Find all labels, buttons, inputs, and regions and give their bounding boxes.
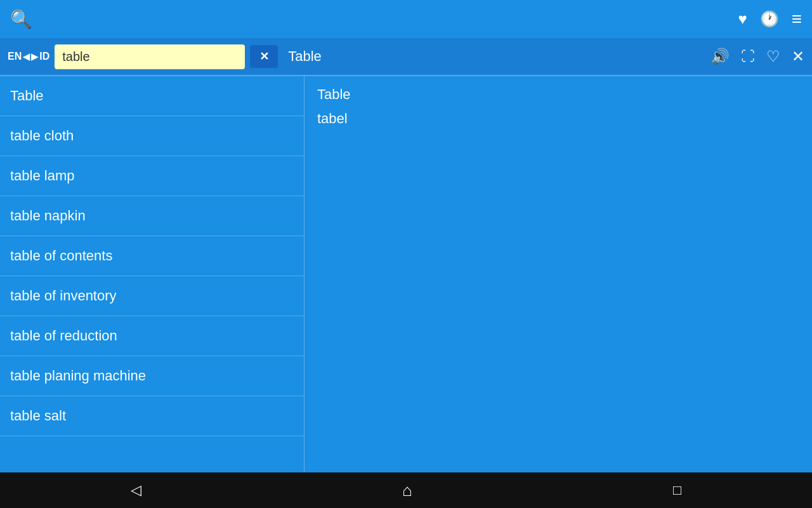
list-item[interactable]: table of contents xyxy=(0,236,304,276)
language-selector[interactable]: EN ◀ ▶ ID xyxy=(8,51,49,62)
word-list: Table table cloth table lamp table napki… xyxy=(0,76,304,472)
list-item[interactable]: table salt xyxy=(0,396,304,436)
list-item[interactable]: table of reduction xyxy=(0,316,304,356)
result-word: Table xyxy=(288,48,322,65)
lang-from: EN xyxy=(8,51,22,62)
list-item[interactable]: table cloth xyxy=(0,116,304,156)
recents-button[interactable]: □ xyxy=(673,482,681,498)
bottom-nav: ◁ ⌂ □ xyxy=(0,472,812,508)
fullscreen-icon[interactable]: ⛶ xyxy=(741,48,755,65)
translation-item: Table xyxy=(317,86,799,103)
favorite-icon[interactable]: ♥ xyxy=(738,10,747,28)
list-item[interactable]: table planing machine xyxy=(0,356,304,396)
translation-item: tabel xyxy=(317,110,799,127)
translation-panel: Table tabel xyxy=(304,76,812,472)
list-item[interactable]: table napkin xyxy=(0,196,304,236)
close-icon[interactable]: ✕ xyxy=(792,48,804,65)
menu-icon[interactable]: ≡ xyxy=(792,9,802,29)
top-bar-left: 🔍 xyxy=(10,9,32,30)
list-item[interactable]: Table xyxy=(0,76,304,116)
clear-button[interactable]: ✕ xyxy=(250,45,278,68)
top-bar-right: ♥ 🕐 ≡ xyxy=(738,9,802,29)
top-bar: 🔍 ♥ 🕐 ≡ xyxy=(0,0,812,38)
favorite-heart-icon[interactable]: ♡ xyxy=(766,48,780,65)
lang-to: ID xyxy=(39,51,49,62)
search-icon[interactable]: 🔍 xyxy=(10,9,32,30)
main-content: Table table cloth table lamp table napki… xyxy=(0,76,812,472)
search-bar-actions: 🔊 ⛶ ♡ ✕ xyxy=(710,48,804,65)
search-bar: EN ◀ ▶ ID ✕ Table 🔊 ⛶ ♡ ✕ xyxy=(0,38,812,76)
history-icon[interactable]: 🕐 xyxy=(760,10,779,28)
list-item[interactable]: table of inventory xyxy=(0,276,304,316)
clear-icon: ✕ xyxy=(259,50,269,64)
lang-arrow-right: ▶ xyxy=(31,51,38,62)
sound-icon[interactable]: 🔊 xyxy=(710,48,730,65)
home-button[interactable]: ⌂ xyxy=(402,481,412,500)
lang-arrow-left: ◀ xyxy=(23,51,30,62)
list-item[interactable]: table lamp xyxy=(0,156,304,196)
back-button[interactable]: ◁ xyxy=(131,482,141,498)
search-input[interactable] xyxy=(55,44,245,69)
